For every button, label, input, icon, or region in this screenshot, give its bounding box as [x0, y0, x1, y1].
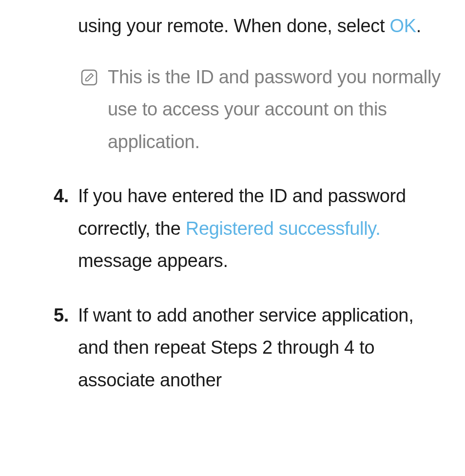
step-4-highlight: Registered successfully.	[186, 218, 381, 239]
step-4-text: If you have entered the ID and password …	[78, 180, 441, 277]
note-text: This is the ID and password you normally…	[108, 61, 441, 158]
step-5-number: 5.	[54, 299, 78, 332]
continuation-highlight-ok: OK	[389, 16, 416, 36]
note-pencil-icon	[80, 69, 98, 86]
step-5-block: 5. If want to add another service applic…	[54, 299, 441, 397]
note-block: This is the ID and password you normally…	[80, 61, 441, 158]
step-4-text-after: message appears.	[78, 250, 228, 271]
svg-rect-0	[82, 70, 97, 85]
step-5-text-before: If want to add another service applicati…	[78, 305, 413, 390]
continuation-text-after: .	[416, 16, 421, 36]
continuation-paragraph: using your remote. When done, select OK.	[78, 10, 441, 42]
step-4-block: 4. If you have entered the ID and passwo…	[54, 180, 441, 277]
continuation-text-before: using your remote. When done, select	[78, 16, 389, 36]
step-4-number: 4.	[54, 180, 78, 212]
step-5-text: If want to add another service applicati…	[78, 299, 441, 397]
